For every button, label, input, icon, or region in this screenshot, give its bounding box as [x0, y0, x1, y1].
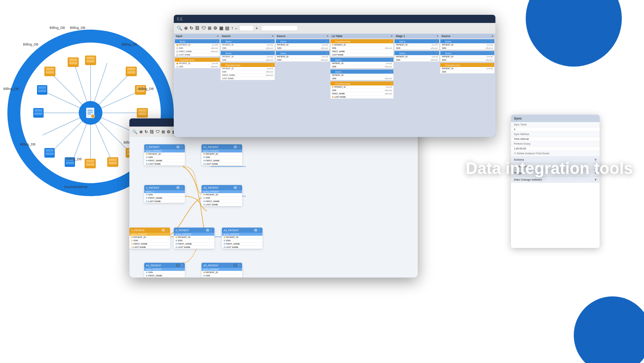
data-integration-badge: Data integration tools: [466, 159, 633, 178]
node-label-bottom: Billing_DB: [61, 157, 87, 161]
right-panel-perform-label: Perform Every: [511, 141, 600, 147]
b-toolbar-plus[interactable]: ⊕: [139, 130, 143, 134]
top-screen: S.E 🔍 ⊕ ↻ ⛓ 🛡 ⊞ ⚙ ▦ ▤ ↑ – + Input≡ 🔷 Que…: [174, 15, 495, 137]
svg-rect-30: [46, 71, 54, 74]
panel-source1: Source≡ 🔷 Query⋮ PATIENT_ID[result] SSNa…: [220, 34, 275, 136]
input-query-card: 🔷 Query⋮ PATIENT_ID[result] SSNaffected …: [174, 39, 220, 57]
toolbar-plus2-icon[interactable]: +: [256, 26, 258, 30]
toolbar-gear-icon[interactable]: ⚙: [213, 26, 217, 31]
center-label: SourceDataPop: [57, 185, 94, 189]
toolbar-shield-icon[interactable]: 🛡: [201, 26, 206, 31]
deco-circle-top-right: [526, 0, 622, 67]
b-toolbar-gear[interactable]: ⚙: [167, 130, 170, 134]
svg-rect-18: [87, 60, 95, 63]
entity-2-patient: 2_PATIENT ☑⋮ query_2 SSN FIRST_NAME LAST…: [144, 185, 185, 203]
toolbar-grid-icon[interactable]: ⊞: [208, 26, 211, 31]
svg-rect-42: [109, 162, 117, 164]
panel-source3-header: Source≡: [440, 34, 495, 38]
svg-rect-17: [87, 57, 95, 59]
panel-input-header: Input≡: [174, 34, 220, 38]
svg-rect-21: [127, 71, 135, 74]
svg-rect-47: [45, 149, 54, 152]
right-panel-header: Sync: [511, 115, 600, 122]
lu-q2: 🔷 Query⋮ PATIENT_ID SSNaffected: [330, 69, 394, 80]
toolbar-link-icon[interactable]: ⛓: [195, 26, 200, 31]
input-pop-card: 🟧 PopulationArgs⋮ PATIENT_ID[result] SSN…: [174, 57, 220, 68]
entity-a5-patient: A5_PATIENT ☑⋮ query_PATIENT PATIENT_ID S…: [201, 263, 242, 278]
top-screen-toolbar[interactable]: 🔍 ⊕ ↻ ⛓ 🛡 ⊞ ⚙ ▦ ▤ ↑ – +: [174, 23, 495, 33]
svg-rect-20: [127, 68, 135, 70]
source1-pop: 🟧 PopulationArgs⋮ PATIENT_ID[result] SSN…: [220, 63, 275, 80]
svg-point-60: [91, 114, 95, 118]
entity-a3-patient: A3_PATIENT ☑⋮ query_PATIENT PATIENT_ID S…: [222, 228, 262, 249]
svg-rect-33: [69, 62, 77, 64]
svg-rect-41: [109, 158, 117, 161]
panel-source2-header: Source≡: [275, 34, 330, 38]
stage1-q2: 🔷 Query⋮ PATIENT_ID[result] SSNaffected: [394, 51, 440, 62]
svg-rect-44: [34, 109, 43, 112]
right-panel-delete-label: ☐ Delete Instance If Not Exists: [511, 151, 600, 157]
b-toolbar-grid[interactable]: ⊞: [162, 130, 165, 134]
source3-q1: 🔷 Query⋮ PATIENT_ID[result] SSNaffected: [440, 39, 495, 50]
svg-rect-38: [86, 160, 94, 162]
svg-rect-23: [138, 109, 146, 112]
right-panel-sync-time-val: 0: [511, 127, 600, 132]
panel-stage1-header: Stage 1≡: [394, 34, 440, 38]
panel-lu-table: LU Table≡ 🟧 PopulationArgs⋮ PATIENT_ID S…: [330, 34, 394, 136]
source1-q1: 🔷 Query⋮ PATIENT_ID[result] SSNaffected: [220, 39, 275, 50]
b-toolbar-link[interactable]: ⛓: [150, 130, 154, 134]
lu-pop2: 🟧 PopulationArgs○ PATIENT_ID[result] SSN…: [330, 81, 394, 99]
panel-stage1: Stage 1≡ 🔷 Query⋮ PATIENT_ID[result] SSN…: [394, 34, 440, 136]
svg-rect-54: [66, 162, 74, 164]
panel-source1-header: Source≡: [220, 34, 275, 38]
stage1-q1: 🔷 Query⋮ PATIENT_ID[result] SSNaffected: [394, 39, 440, 50]
panel-input: Input≡ 🔷 Query⋮ PATIENT_ID[result] SSNaf…: [174, 34, 220, 136]
right-panel-perform-val: 1:00:00:00: [511, 147, 600, 151]
toolbar-refresh-icon[interactable]: ↻: [190, 26, 193, 31]
lu-pop: 🟧 PopulationArgs⋮ PATIENT_ID SSNaffected…: [330, 39, 394, 57]
datachange-chevron-icon: ∨: [594, 178, 597, 181]
entity-a2-patient: A2_PATIENT ☑⋮ query_PATIENT PATIENT_ID S…: [201, 185, 242, 206]
right-panel: Sync Sync Timer 0 Sync Method Time Inter…: [511, 115, 600, 248]
right-panel-method-label: Sync Method: [511, 132, 600, 137]
svg-rect-32: [69, 58, 77, 61]
svg-rect-48: [45, 152, 54, 155]
entity-a4-patient: A4_PATIENT ☑⋮ query_PATIENT SSN FIRST_NA…: [144, 263, 185, 278]
entity-1-patient: 1_PATIENT ☑ ⋮ query_PATIENT PATIENT_ID S…: [144, 144, 185, 165]
node-label-top-right: Billing_DB: [116, 43, 142, 46]
entity-1-patient-id: 1_PATIENT: [146, 146, 159, 148]
toolbar-minus-icon[interactable]: –: [235, 26, 237, 30]
entity-5-patient: 5_PATIENT ☑⋮ query_PATIENT PATIENT_ID SS…: [174, 228, 214, 249]
panel-source2: Source≡ 🔷 Query⋮ PATIENT_ID[result] SSNa…: [275, 34, 330, 136]
node-label-top-left: Billing_DB: [18, 43, 44, 46]
b-toolbar-shield[interactable]: 🛡: [156, 130, 160, 134]
top-screen-titlebar: S.E: [174, 15, 495, 23]
toolbar-plus-icon[interactable]: ⊕: [184, 26, 188, 31]
toolbar-table2-icon[interactable]: ▤: [225, 26, 229, 31]
toolbar-dropdown[interactable]: [261, 25, 298, 31]
right-panel-sync-time-label: Sync Timer: [511, 122, 600, 127]
b-toolbar-refresh[interactable]: ↻: [145, 130, 148, 134]
svg-rect-50: [38, 86, 46, 89]
toolbar-search-icon[interactable]: 🔍: [177, 26, 182, 31]
toolbar-zoom-input[interactable]: [239, 25, 254, 31]
top-screen-content: Input≡ 🔷 Query⋮ PATIENT_ID[result] SSNaf…: [174, 33, 495, 137]
svg-rect-24: [138, 112, 146, 115]
bottom-screen: 🔍 ⊕ ↻ ⛓ 🛡 ⊞ ⚙ ▦ ↑ – + 1: [129, 118, 418, 278]
source1-q2: 🔷 Query⋮ PATIENT_ID[result] SSNaffected: [220, 51, 275, 62]
entity-a1-patient: A1_PATIENT ☑⋮ query_PATIENT PATIENT_ID S…: [201, 144, 242, 165]
right-panel-method-val: Time Interval: [511, 137, 600, 141]
node-label-bottom-left: Billing_DB: [15, 142, 41, 146]
node-label-top2: Billing_DB: [44, 26, 70, 30]
svg-rect-29: [46, 68, 54, 70]
source3-pop: 🟧 PopulationArgs⋮ PATIENT_ID[result] SSN: [440, 63, 495, 74]
lu-q1: 🔷 Query⋮ PATIENT_ID[result] SSNaffected: [330, 57, 394, 68]
toolbar-table1-icon[interactable]: ▦: [219, 26, 223, 31]
toolbar-export-icon[interactable]: ↑: [231, 26, 233, 31]
source2-q2: 🔷 Query⋮ PATIENT_ID[result] SSNaffected: [275, 51, 330, 62]
b-toolbar-search[interactable]: 🔍: [132, 130, 138, 134]
deco-circle-bottom-right: [574, 296, 644, 363]
panel-lu-header: LU Table≡: [330, 34, 394, 38]
svg-rect-45: [34, 112, 43, 115]
source2-q1: 🔷 Query⋮ PATIENT_ID[result] SSNaffected: [275, 39, 330, 50]
